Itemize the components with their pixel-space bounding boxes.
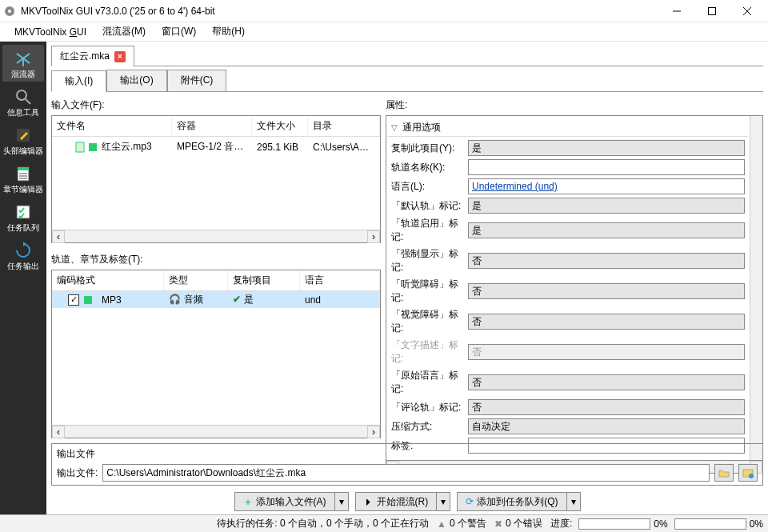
check-icon: ✔: [233, 294, 241, 305]
prop-commentary-select[interactable]: 否: [468, 399, 745, 415]
properties-scrollbar[interactable]: [750, 116, 762, 460]
prop-visual: 「视觉障碍」标记: 否: [388, 308, 748, 335]
svg-rect-15: [76, 142, 84, 152]
input-files-scrollbar[interactable]: ‹ ›: [52, 230, 380, 242]
col-size[interactable]: 文件大小: [252, 116, 308, 136]
add-to-queue-dropdown[interactable]: ▾: [566, 492, 581, 511]
track-enable-checkbox[interactable]: [68, 294, 79, 306]
menu-window[interactable]: 窗口(W): [154, 22, 204, 41]
prop-track-name-input[interactable]: [468, 159, 745, 175]
tracks-header: 编码格式 类型 复制项目 语言: [52, 270, 380, 291]
prop-copy-select[interactable]: 是: [468, 140, 745, 156]
status-errors: 0 个错误: [506, 517, 542, 530]
menubar: MKVToolNix GUI 混流器(M) 窗口(W) 帮助(H): [0, 22, 768, 42]
prop-hearing-select[interactable]: 否: [468, 283, 745, 299]
headphones-icon: 🎧: [169, 294, 181, 305]
prop-enabled-select[interactable]: 是: [468, 222, 745, 238]
prop-label: 复制此项目(Y):: [391, 142, 468, 155]
prop-copy: 复制此项目(Y): 是: [388, 140, 748, 156]
col-codec[interactable]: 编码格式: [52, 270, 164, 290]
scroll-left-icon[interactable]: ‹: [52, 426, 65, 438]
track-codec: MP3: [102, 294, 122, 306]
prop-default-select[interactable]: 是: [468, 198, 745, 214]
document-tab-label: 红尘云.mka: [60, 50, 110, 63]
track-row[interactable]: MP3 🎧音频 ✔是 und: [52, 291, 380, 308]
menu-app[interactable]: MKVToolNix GUI: [6, 24, 94, 40]
sidebar-item-label: 头部编辑器: [3, 147, 43, 155]
file-size: 295.1 KiB: [252, 140, 308, 154]
prop-default: 「默认轨」标记: 是: [388, 198, 748, 214]
pencil-icon: [13, 125, 34, 146]
sidebar-item-label: 章节编辑器: [3, 186, 43, 194]
prop-hearing: 「听觉障碍」标记: 否: [388, 278, 748, 305]
col-directory[interactable]: 目录: [308, 116, 380, 136]
col-language[interactable]: 语言: [300, 270, 380, 290]
tracks-panel: 编码格式 类型 复制项目 语言 MP3 🎧音频: [51, 270, 381, 438]
app-icon: [3, 5, 16, 18]
sidebar-item-queue[interactable]: 任务队列: [2, 198, 44, 235]
folder-recent-icon: [742, 467, 754, 478]
close-button[interactable]: [730, 0, 765, 22]
queue-icon: ⟳: [466, 496, 474, 507]
col-filename[interactable]: 文件名: [52, 116, 172, 136]
properties-group-label: 通用选项: [402, 121, 441, 134]
col-type[interactable]: 类型: [164, 270, 228, 290]
sidebar-item-mux[interactable]: 混流器: [2, 45, 44, 82]
tab-input[interactable]: 输入(I): [51, 70, 106, 92]
input-files-header: 文件名 容器 文件大小 目录: [52, 116, 380, 137]
start-mux-dropdown[interactable]: ▾: [436, 492, 450, 511]
prop-original-select[interactable]: 否: [468, 374, 745, 390]
menu-mux[interactable]: 混流器(M): [94, 22, 154, 41]
scroll-right-icon[interactable]: ›: [367, 426, 380, 438]
error-icon: ✖: [494, 518, 502, 530]
output-file-input[interactable]: [102, 464, 710, 482]
start-mux-button[interactable]: ⏵ 开始混流(R): [355, 492, 437, 511]
output-section: 输出文件 输出文件: ＋ 添加输入文件(A) ▾: [51, 443, 763, 511]
scroll-right-icon[interactable]: ›: [367, 230, 380, 243]
prop-visual-select[interactable]: 否: [468, 314, 745, 330]
close-tab-icon[interactable]: ×: [114, 51, 126, 62]
recent-output-button[interactable]: [738, 464, 758, 482]
track-lang: und: [300, 293, 380, 307]
action-buttons: ＋ 添加输入文件(A) ▾ ⏵ 开始混流(R) ▾ ⟳ 添加到任务队列(Q): [51, 492, 763, 511]
prop-language-link[interactable]: Undetermined (und): [468, 178, 745, 194]
tab-attachments[interactable]: 附件(C): [167, 70, 227, 91]
sidebar-item-info[interactable]: 信息工具: [2, 83, 44, 120]
track-copy: 是: [244, 294, 254, 305]
checklist-icon: [13, 202, 34, 222]
maximize-button[interactable]: [694, 0, 730, 22]
file-dir: C:\Users\A…: [308, 140, 380, 154]
properties-label: 属性:: [386, 97, 763, 115]
prop-forced: 「强制显示」标记: 否: [388, 247, 748, 274]
progress-value-1: 0%: [654, 518, 667, 530]
menu-help[interactable]: 帮助(H): [204, 22, 253, 41]
progress-bar-2: [674, 518, 746, 530]
input-file-row[interactable]: 红尘云.mp3 MPEG-1/2 音… 295.1 KiB C:\Users\A…: [52, 137, 380, 157]
col-copy[interactable]: 复制项目: [228, 270, 300, 290]
prop-forced-select[interactable]: 否: [468, 253, 745, 269]
sidebar-item-header-editor[interactable]: 头部编辑器: [2, 122, 44, 158]
properties-group-header[interactable]: ▽ 通用选项: [388, 119, 748, 137]
minimize-button[interactable]: [659, 0, 694, 22]
tracks-scrollbar[interactable]: ‹ ›: [52, 425, 380, 438]
status-pending: 待执行的任务: 0 个自动，0 个手动，0 个正在行动: [217, 517, 429, 530]
sidebar: 混流器 信息工具 头部编辑器 章节编辑器 任务队列 任务输出: [0, 42, 46, 514]
browse-output-button[interactable]: [714, 464, 734, 482]
svg-point-1: [8, 10, 11, 13]
svg-line-7: [26, 99, 30, 104]
prop-text-desc: 「文字描述」标记: 否: [388, 338, 748, 366]
document-tab[interactable]: 红尘云.mka ×: [51, 46, 134, 66]
col-container[interactable]: 容器: [172, 116, 252, 136]
properties-panel: ▽ 通用选项 复制此项目(Y): 是 轨道名称(K): 语言(L):: [386, 115, 763, 461]
tab-output[interactable]: 输出(O): [106, 70, 166, 91]
add-source-button[interactable]: ＋ 添加输入文件(A): [234, 492, 334, 511]
add-to-queue-button[interactable]: ⟳ 添加到任务队列(Q): [457, 492, 566, 511]
sidebar-item-output[interactable]: 任务输出: [2, 237, 44, 274]
sidebar-item-label: 信息工具: [7, 109, 39, 117]
scroll-left-icon[interactable]: ‹: [52, 230, 65, 243]
prop-label: 「轨道启用」标记:: [391, 217, 468, 244]
sidebar-item-label: 任务队列: [7, 224, 39, 232]
sidebar-item-chapter-editor[interactable]: 章节编辑器: [2, 160, 44, 197]
add-source-dropdown[interactable]: ▾: [334, 492, 349, 511]
prop-compression-select[interactable]: 自动决定: [468, 418, 745, 434]
